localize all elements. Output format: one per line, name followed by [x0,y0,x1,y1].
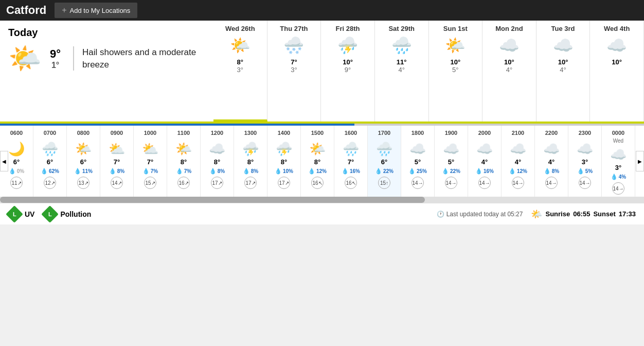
hour-weather-icon: ☁️ [610,147,627,163]
hour-weather-icon: ⛅ [109,141,125,157]
wind-dir-arrow: ↗ [51,180,55,186]
forecast-hi: 8° [237,58,243,66]
rain-percent: 8% [552,168,559,174]
hour-col-2200[interactable]: 2200 ☁️ 4° 💧 8% 14→ [535,126,568,197]
hour-temperature: 8° [247,158,254,166]
hour-col-0900[interactable]: 0900 ⛅ 7° 💧 8% 14↗ [100,126,134,197]
forecast-day-4[interactable]: Sun 1st 🌤️ 10° 5° [429,21,483,122]
rain-percent: 10% [283,168,293,174]
rain-percent: 7% [151,168,158,174]
forecast-hi: 7° [291,58,297,66]
hour-weather-icon: ☁️ [577,141,593,157]
wind-dir-arrow: ↗ [84,180,88,186]
footer: L UV L Pollution 🕐 Last updated today at… [0,203,644,224]
pollution-icon: L [41,205,59,223]
forecast-day-temps: 8° 3° [237,58,243,74]
hour-col-2000[interactable]: 2000 ☁️ 4° 💧 16% 14→ [468,126,502,197]
hour-time-label: 1900 [445,128,457,138]
hour-col-2100[interactable]: 2100 ☁️ 4° 💧 12% 14→ [502,126,535,197]
forecast-lo: 9° [345,66,351,74]
forecast-day-icon: 🌨️ [283,36,304,55]
uv-badge: L UV [8,208,34,220]
forecast-day-1[interactable]: Thu 27th 🌨️ 7° 3° [267,21,321,122]
hour-col-1100[interactable]: 1100 🌤️ 8° 💧 7% 16↗ [167,126,201,197]
forecast-day-6[interactable]: Tue 3rd ☁️ 10° 4° [536,21,591,122]
hour-col-1500[interactable]: 1500 🌤️ 8° 💧 12% 16↖ [301,126,334,197]
wind-direction-circle: 14→ [478,177,491,189]
scroll-left-button[interactable]: ◀ [0,151,8,171]
hour-col-1200[interactable]: 1200 ☁️ 8° 💧 8% 17↗ [201,126,234,197]
hour-col-1800[interactable]: 1800 ☁️ 5° 💧 25% 14→ [401,126,435,197]
today-row: 🌤️ 9° 1° Hail showers and a moderate bre… [8,43,205,74]
hour-time-label: 2300 [579,128,591,138]
wind-speed: 16 [346,180,351,186]
scroll-right-button[interactable]: ▶ [636,151,644,171]
rain-icon: 💧 [475,168,482,175]
hour-col-1000[interactable]: 1000 ⛅ 7° 💧 7% 15↗ [134,126,167,197]
hour-wind-row: 13↗ [77,177,90,189]
forecast-day-3[interactable]: Sat 29th 🌧️ 11° 4° [375,21,429,122]
hero-section: Today 🌤️ 9° 1° Hail showers and a modera… [0,21,644,124]
hour-weather-icon: ⛈️ [276,141,292,157]
scrollbar-thumb[interactable] [0,197,425,203]
hour-col-0000[interactable]: 0000 Wed ☁️ 3° 💧 4% 14→ [602,126,635,197]
wind-speed: 17 [245,180,251,186]
hour-col-2300[interactable]: 2300 ☁️ 3° 💧 5% 14→ [568,126,602,197]
hour-rain-row: 💧 8% [544,168,559,175]
sun-icon: 🌤️ [531,209,542,220]
hour-weather-icon: ☁️ [409,141,426,157]
rain-icon: 💧 [176,168,183,175]
forecast-day-2[interactable]: Fri 28th ⛈️ 10° 9° [321,21,375,122]
forecast-day-label: Fri 28th [336,25,360,32]
forecast-day-temps: 10° [612,58,622,66]
wind-dir-arrow: ↑ [386,180,388,186]
forecast-hi: 11° [397,58,407,66]
hour-rain-row: 💧 12% [509,168,527,175]
forecast-day-temps: 11° 4° [397,58,407,74]
hour-rain-row: 💧 8% [243,168,258,175]
hour-temperature: 7° [114,158,120,166]
wind-direction-circle: 15↑ [378,177,390,189]
sunrise-sunset: 🌤️ Sunrise 06:55 Sunset 17:33 [531,209,636,220]
hour-temperature: 5° [415,158,421,166]
hour-wind-row: 15↗ [144,177,156,189]
hour-temperature: 3° [615,164,621,171]
add-location-button[interactable]: + Add to My Locations [55,3,137,18]
forecast-day-0[interactable]: Wed 26th 🌤️ 8° 3° [213,21,267,122]
hour-time-label: 1600 [345,128,357,138]
hour-col-0700[interactable]: 0700 🌧️ 6° 💧 62% 12↗ [33,126,67,197]
wind-speed: 15 [145,180,151,186]
hour-col-1300[interactable]: 1300 ⛈️ 8° 💧 8% 17↗ [234,126,267,197]
scrollbar-area[interactable] [0,197,644,203]
hour-col-1700[interactable]: 1700 🌧️ 6° 💧 22% 15↑ [368,126,401,197]
hour-col-1400[interactable]: 1400 ⛈️ 8° 💧 10% 17↗ [267,126,301,197]
forecast-day-5[interactable]: Mon 2nd ☁️ 10° 4° [482,21,536,122]
hour-rain-row: 💧 22% [442,168,460,175]
rain-icon: 💧 [308,168,315,175]
add-location-label: Add to My Locations [70,7,131,14]
forecast-day-icon: 🌤️ [445,36,466,55]
hour-col-0800[interactable]: 0800 🌤️ 6° 💧 11% 13↗ [67,126,100,197]
hour-temperature: 6° [47,158,53,166]
forecast-day-7[interactable]: Wed 4th ☁️ 10° [590,21,644,122]
hour-temperature: 7° [348,158,354,166]
today-max-temp: 9° [50,47,61,61]
hour-time-label: 1200 [211,128,223,138]
hour-col-1900[interactable]: 1900 ☁️ 5° 💧 22% 14→ [435,126,468,197]
hour-weather-icon: 🌤️ [75,141,92,157]
hour-rain-row: 💧 0% [9,168,24,175]
wind-direction-circle: 17↗ [211,177,223,189]
rain-icon: 💧 [577,168,584,175]
forecast-hi: 10° [612,58,622,66]
wind-direction-circle: 12↗ [44,177,56,189]
hour-wind-row: 14→ [512,177,524,189]
hour-temperature: 4° [548,158,554,166]
pollution-badge: L Pollution [44,208,91,220]
forecast-lo: 3° [237,66,243,74]
hour-col-1600[interactable]: 1600 🌧️ 7° 💧 16% 16↖ [334,126,368,197]
today-weather-icon: 🌤️ [8,43,42,74]
hour-weather-icon: ☁️ [543,141,560,157]
footer-left: L UV L Pollution [8,208,91,220]
rain-percent: 22% [383,168,393,174]
hour-weather-icon: ⛅ [142,141,158,157]
